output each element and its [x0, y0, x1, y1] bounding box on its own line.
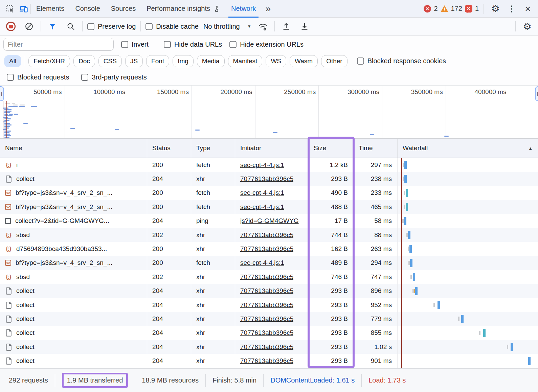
request-row[interactable]: {;} sbsd 202 xhr 7077613abb396c5 746 B 7…	[0, 270, 538, 284]
network-conditions-icon[interactable]	[256, 20, 270, 33]
close-devtools-icon[interactable]: ×	[521, 2, 535, 16]
filter-chip-manifest[interactable]: Manifest	[228, 55, 263, 67]
request-row[interactable]: collect 204 xhr 7077613abb396c5 293 B 77…	[0, 312, 538, 326]
initiator-link[interactable]: 7077613abb396c5	[240, 273, 293, 281]
blocked-response-cookies-toggle[interactable]: Blocked response cookies	[357, 57, 446, 65]
network-settings-gear-icon[interactable]: ⚙	[520, 20, 534, 33]
waterfall-cell[interactable]	[398, 158, 538, 172]
tab-network[interactable]: Network	[226, 0, 261, 18]
initiator-link[interactable]: 7077613abb396c5	[240, 329, 293, 337]
issues-icon[interactable]: ✕	[465, 5, 472, 13]
preserve-log-toggle[interactable]: Preserve log	[87, 23, 136, 30]
kebab-menu-icon[interactable]: ⋮	[505, 2, 518, 16]
column-header-waterfall[interactable]: Waterfall ▲	[398, 139, 538, 158]
filter-chip-wasm[interactable]: Wasm	[290, 55, 318, 67]
request-row[interactable]: collect?v=2&tid=G-GM4GWYG... 204 ping js…	[0, 214, 538, 228]
filter-chip-other[interactable]: Other	[321, 55, 348, 67]
request-name-cell[interactable]: collect	[0, 354, 147, 368]
throttling-dropdown[interactable]: No throttling ▼	[203, 23, 251, 30]
invert-checkbox[interactable]	[121, 41, 128, 48]
waterfall-cell[interactable]	[398, 284, 538, 298]
column-header-initiator[interactable]: Initiator	[235, 139, 309, 158]
request-row[interactable]: {;} d75694893bca435d930ba353... 200 xhr …	[0, 242, 538, 256]
hide-extension-urls-toggle[interactable]: Hide extension URLs	[229, 41, 304, 48]
filter-chip-media[interactable]: Media	[197, 55, 225, 67]
hide-data-urls-checkbox[interactable]	[164, 41, 171, 48]
error-count[interactable]: 2	[434, 5, 438, 13]
request-name-cell[interactable]: <> bf?type=js3&sn=v_4_srv_2_sn_...	[0, 200, 147, 214]
filter-chip-ws[interactable]: WS	[266, 55, 286, 67]
network-overview-minimap[interactable]: 50000 ms100000 ms150000 ms200000 ms25000…	[0, 85, 538, 139]
request-name-cell[interactable]: <> bf?type=js3&sn=v_4_srv_2_sn_...	[0, 256, 147, 270]
initiator-link[interactable]: js?id=G-GM4GWYG	[240, 217, 299, 225]
waterfall-cell[interactable]	[398, 312, 538, 326]
issues-count[interactable]: 1	[475, 5, 479, 13]
request-name-cell[interactable]: {;} sbsd	[0, 228, 147, 242]
request-row[interactable]: collect 204 xhr 7077613abb396c5 293 B 23…	[0, 172, 538, 186]
search-icon[interactable]	[64, 20, 77, 33]
disable-cache-checkbox[interactable]	[145, 23, 153, 30]
waterfall-cell[interactable]	[398, 228, 538, 242]
waterfall-cell[interactable]	[398, 340, 538, 354]
column-header-time[interactable]: Time	[354, 139, 398, 158]
waterfall-cell[interactable]	[398, 242, 538, 256]
export-har-icon[interactable]	[298, 20, 311, 33]
request-name-cell[interactable]: collect	[0, 172, 147, 186]
initiator-link[interactable]: 7077613abb396c5	[240, 315, 293, 323]
request-row[interactable]: collect 204 xhr 7077613abb396c5 293 B 1.…	[0, 340, 538, 354]
third-party-requests-checkbox[interactable]	[81, 74, 88, 81]
request-name-cell[interactable]: {;} i	[0, 158, 147, 172]
third-party-requests-toggle[interactable]: 3rd-party requests	[81, 73, 147, 81]
request-name-cell[interactable]: collect	[0, 312, 147, 326]
filter-funnel-icon[interactable]	[46, 20, 59, 33]
initiator-link[interactable]: 7077613abb396c5	[240, 301, 293, 309]
more-tabs-icon[interactable]: »	[261, 2, 275, 16]
clear-network-log-button[interactable]	[22, 20, 36, 33]
waterfall-cell[interactable]	[398, 326, 538, 340]
warning-icon[interactable]	[441, 5, 448, 12]
filter-chip-doc[interactable]: Doc	[73, 55, 95, 67]
overview-left-handle[interactable]: I	[0, 86, 4, 101]
blocked-requests-toggle[interactable]: Blocked requests	[7, 73, 69, 81]
initiator-link[interactable]: 7077613abb396c5	[240, 175, 293, 183]
blocked-requests-checkbox[interactable]	[7, 74, 14, 81]
preserve-log-checkbox[interactable]	[87, 23, 94, 30]
request-row[interactable]: collect 204 xhr 7077613abb396c5 293 B 85…	[0, 326, 538, 340]
initiator-link[interactable]: sec-cpt-4-4.js:1	[240, 189, 284, 197]
initiator-link[interactable]: 7077613abb396c5	[240, 245, 293, 253]
request-row[interactable]: collect 204 xhr 7077613abb396c5 293 B 95…	[0, 298, 538, 312]
request-row[interactable]: collect 204 xhr 7077613abb396c5 293 B 89…	[0, 284, 538, 298]
filter-chip-css[interactable]: CSS	[98, 55, 122, 67]
error-icon[interactable]: ✕	[424, 5, 431, 13]
request-row[interactable]: <> bf?type=js3&sn=v_4_srv_2_sn_... 200 f…	[0, 186, 538, 200]
tab-console[interactable]: Console	[70, 0, 105, 18]
filter-chip-all[interactable]: All	[4, 55, 21, 67]
request-row[interactable]: {;} sbsd 202 xhr 7077613abb396c5 744 B 8…	[0, 228, 538, 242]
initiator-link[interactable]: 7077613abb396c5	[240, 287, 293, 295]
request-row[interactable]: <> bf?type=js3&sn=v_4_srv_2_sn_... 200 f…	[0, 256, 538, 270]
hide-data-urls-toggle[interactable]: Hide data URLs	[164, 41, 222, 48]
initiator-link[interactable]: sec-cpt-4-4.js:1	[240, 259, 284, 267]
column-header-status[interactable]: Status	[147, 139, 191, 158]
waterfall-cell[interactable]	[398, 186, 538, 200]
tab-sources[interactable]: Sources	[106, 0, 141, 18]
initiator-link[interactable]: 7077613abb396c5	[240, 231, 293, 239]
initiator-link[interactable]: sec-cpt-4-4.js:1	[240, 161, 284, 169]
waterfall-cell[interactable]	[398, 298, 538, 312]
waterfall-cell[interactable]	[398, 172, 538, 186]
overview-right-handle[interactable]: I	[535, 86, 538, 101]
initiator-link[interactable]: 7077613abb396c5	[240, 357, 293, 365]
waterfall-cell[interactable]	[398, 200, 538, 214]
request-row[interactable]: {;} i 200 fetch sec-cpt-4-4.js:1 1.2 kB …	[0, 158, 538, 172]
request-row[interactable]: collect 204 xhr 7077613abb396c5 293 B 90…	[0, 354, 538, 368]
request-name-cell[interactable]: {;} sbsd	[0, 270, 147, 284]
filter-chip-fetch-xhr[interactable]: Fetch/XHR	[28, 55, 70, 67]
column-header-size[interactable]: Size	[309, 139, 354, 158]
tab-performance-insights[interactable]: Performance insights	[141, 0, 226, 18]
request-name-cell[interactable]: collect	[0, 340, 147, 354]
sort-ascending-icon[interactable]: ▲	[528, 146, 533, 151]
request-name-cell[interactable]: collect	[0, 298, 147, 312]
initiator-link[interactable]: 7077613abb396c5	[240, 343, 293, 351]
disable-cache-toggle[interactable]: Disable cache	[145, 23, 199, 30]
filter-chip-font[interactable]: Font	[146, 55, 169, 67]
